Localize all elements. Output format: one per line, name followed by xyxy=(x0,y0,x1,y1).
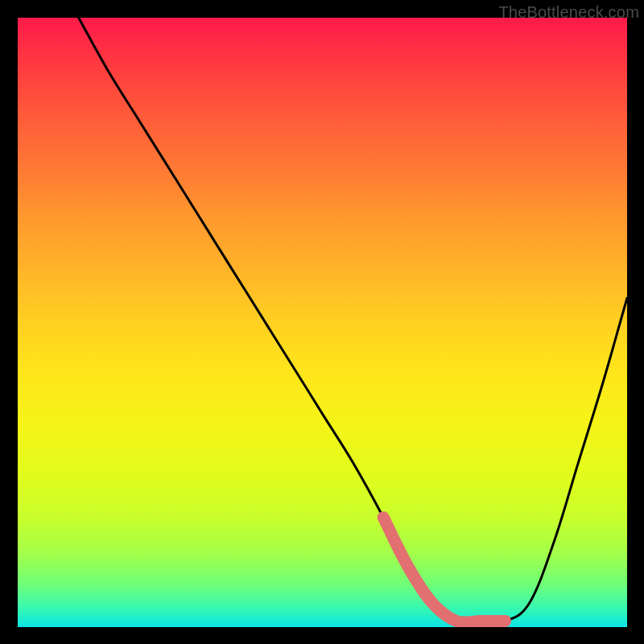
series-curve xyxy=(79,18,627,622)
chart-frame: TheBottleneck.com xyxy=(0,0,644,644)
watermark-text: TheBottleneck.com xyxy=(498,3,639,22)
curve-layer xyxy=(18,18,627,627)
plot-area xyxy=(18,18,627,627)
series-highlight xyxy=(383,518,505,623)
